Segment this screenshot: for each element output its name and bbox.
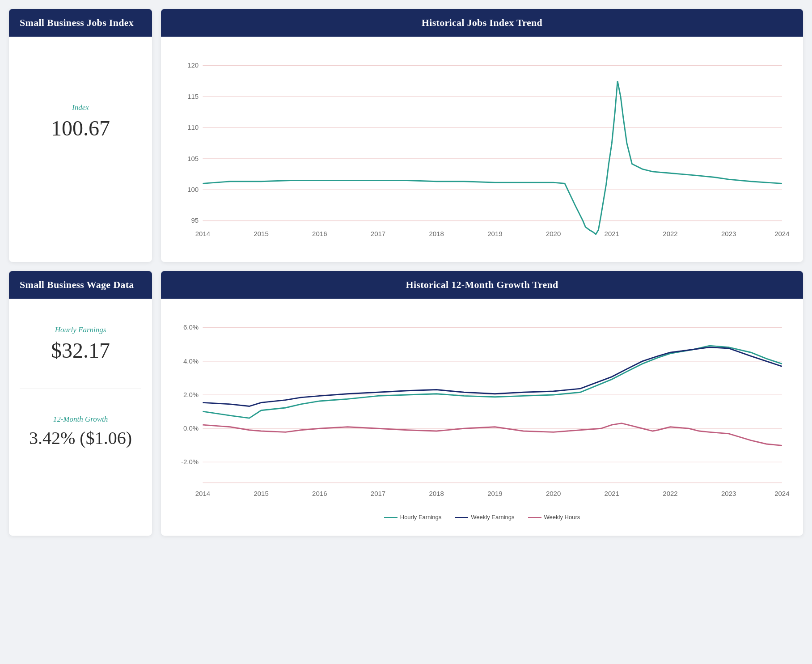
svg-text:2024: 2024: [774, 230, 789, 237]
growth-trend-card: Historical 12-Month Growth Trend 6.0% 4.…: [161, 271, 803, 536]
jobs-trend-chart: 120 115 110 105 100 95 2014 2015 2016 20…: [172, 50, 792, 247]
legend-hourly-line: [384, 517, 398, 518]
svg-text:2019: 2019: [487, 489, 502, 497]
svg-text:2016: 2016: [312, 489, 327, 497]
hourly-earnings-label: Hourly Earnings: [55, 326, 106, 334]
svg-text:2015: 2015: [254, 230, 268, 237]
jobs-index-line: [203, 81, 782, 234]
growth-trend-chart-body: 6.0% 4.0% 2.0% 0.0% -2.0% 2014 2015 2016…: [161, 299, 803, 536]
growth-label: 12-Month Growth: [53, 415, 108, 424]
legend-hourly-label: Hourly Earnings: [400, 514, 442, 520]
svg-text:2022: 2022: [663, 230, 677, 237]
svg-text:2024: 2024: [774, 489, 789, 497]
svg-text:110: 110: [187, 123, 199, 131]
jobs-index-header: Small Business Jobs Index: [9, 9, 152, 37]
jobs-trend-card: Historical Jobs Index Trend 120 115 110 …: [161, 9, 803, 262]
svg-text:2014: 2014: [195, 489, 210, 497]
svg-text:0.0%: 0.0%: [183, 424, 199, 431]
svg-text:105: 105: [187, 155, 199, 162]
legend-weekly-hours: Weekly Hours: [528, 514, 580, 520]
hourly-earnings-line: [203, 346, 782, 418]
svg-text:6.0%: 6.0%: [183, 323, 199, 331]
svg-text:115: 115: [187, 93, 199, 100]
weekly-hours-line: [203, 423, 782, 445]
hourly-earnings-value: $32.17: [51, 338, 110, 363]
svg-text:2018: 2018: [429, 489, 444, 497]
legend-weekly-earnings-label: Weekly Earnings: [471, 514, 514, 520]
growth-trend-chart: 6.0% 4.0% 2.0% 0.0% -2.0% 2014 2015 2016…: [172, 312, 792, 509]
svg-text:100: 100: [187, 186, 199, 193]
legend-hourly-earnings: Hourly Earnings: [384, 514, 442, 520]
legend-weekly-earnings-line: [455, 517, 468, 518]
svg-text:2.0%: 2.0%: [183, 390, 199, 398]
legend-weekly-earnings: Weekly Earnings: [455, 514, 514, 520]
svg-text:2017: 2017: [371, 230, 385, 237]
svg-text:2018: 2018: [429, 230, 444, 237]
svg-text:2023: 2023: [721, 230, 736, 237]
svg-text:2020: 2020: [546, 230, 561, 237]
svg-text:2023: 2023: [721, 489, 736, 497]
svg-text:2015: 2015: [254, 489, 268, 497]
svg-text:2022: 2022: [663, 489, 677, 497]
legend-weekly-hours-line: [528, 517, 541, 518]
index-label: Index: [72, 103, 89, 112]
dashboard: Small Business Jobs Index Index 100.67 H…: [9, 9, 803, 536]
svg-text:2016: 2016: [312, 230, 327, 237]
wage-data-body: Hourly Earnings $32.17 12-Month Growth 3…: [9, 299, 152, 475]
svg-text:4.0%: 4.0%: [183, 357, 199, 364]
wage-data-header: Small Business Wage Data: [9, 271, 152, 299]
svg-text:2021: 2021: [605, 230, 619, 237]
wage-data-card: Small Business Wage Data Hourly Earnings…: [9, 271, 152, 536]
legend-weekly-hours-label: Weekly Hours: [544, 514, 580, 520]
chart-legend: Hourly Earnings Weekly Earnings Weekly H…: [172, 510, 792, 522]
jobs-index-card: Small Business Jobs Index Index 100.67: [9, 9, 152, 262]
index-value: 100.67: [51, 116, 110, 140]
svg-text:120: 120: [187, 61, 199, 69]
jobs-trend-header: Historical Jobs Index Trend: [161, 9, 803, 37]
svg-text:2021: 2021: [605, 489, 619, 497]
svg-text:2020: 2020: [546, 489, 561, 497]
svg-text:95: 95: [191, 216, 199, 224]
jobs-trend-chart-body: 120 115 110 105 100 95 2014 2015 2016 20…: [161, 37, 803, 262]
svg-text:-2.0%: -2.0%: [181, 458, 199, 465]
svg-text:2014: 2014: [195, 230, 210, 237]
svg-text:2019: 2019: [487, 230, 502, 237]
growth-trend-header: Historical 12-Month Growth Trend: [161, 271, 803, 299]
growth-value: 3.42% ($1.06): [29, 427, 132, 448]
svg-text:2017: 2017: [371, 489, 385, 497]
